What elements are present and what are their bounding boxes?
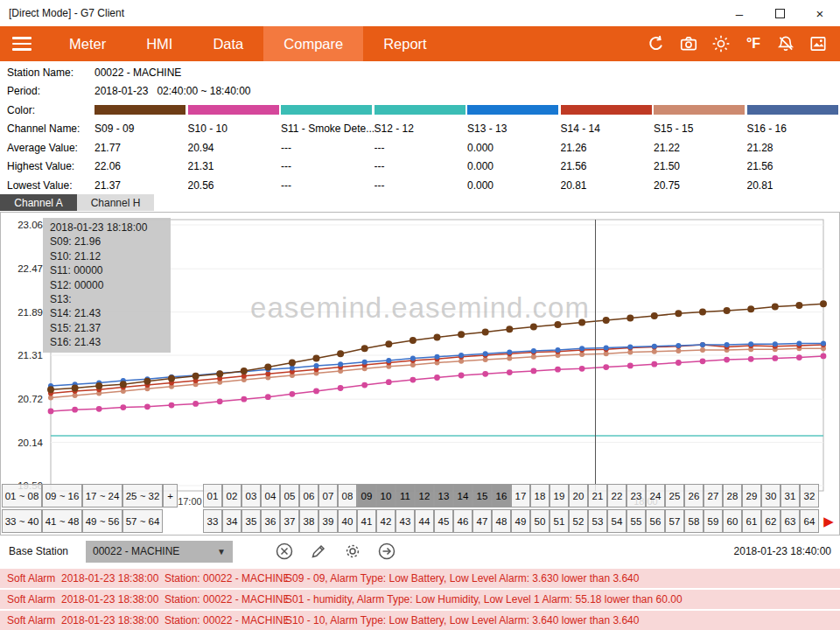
channel-button[interactable]: 29 xyxy=(742,484,761,508)
channel-button[interactable]: 13 xyxy=(434,484,453,508)
channel-button[interactable]: 43 xyxy=(396,509,415,533)
channel-button[interactable]: 20 xyxy=(569,484,588,508)
channel-button[interactable]: 31 xyxy=(780,484,800,508)
channel-button[interactable]: 55 xyxy=(626,509,646,533)
channel-button[interactable]: 14 xyxy=(453,484,472,508)
tab-channel-h[interactable]: Channel H xyxy=(77,194,154,211)
channel-button[interactable]: 50 xyxy=(530,509,550,533)
channel-button[interactable]: 47 xyxy=(472,509,492,533)
channel-button[interactable]: 22 xyxy=(607,484,626,508)
brightness-icon[interactable] xyxy=(708,31,734,57)
fahrenheit-toggle[interactable]: °F xyxy=(740,31,766,57)
channel-button[interactable]: 44 xyxy=(415,509,434,533)
refresh-icon[interactable] xyxy=(643,31,669,57)
edit-icon[interactable] xyxy=(309,542,328,561)
channel-button[interactable]: 30 xyxy=(761,484,780,508)
alarm-row[interactable]: Soft Alarm2018-01-23 18:38:00Station: 00… xyxy=(0,590,840,609)
camera-icon[interactable] xyxy=(676,31,702,57)
channel-button[interactable]: 12 xyxy=(415,484,434,508)
channel-button[interactable]: 46 xyxy=(453,509,472,533)
nav-item-report[interactable]: Report xyxy=(363,26,447,61)
channel-button[interactable]: 02 xyxy=(222,484,242,508)
channel-button[interactable]: 17 xyxy=(511,484,530,508)
expand-button[interactable]: + xyxy=(163,484,178,508)
channel-group-button[interactable]: 17 ~ 24 xyxy=(82,484,122,508)
channel-button[interactable]: 05 xyxy=(280,484,299,508)
channel-button[interactable]: 15 xyxy=(472,484,492,508)
channel-button[interactable]: 59 xyxy=(704,509,723,533)
channel-button[interactable]: 57 xyxy=(665,509,684,533)
channel-button[interactable]: 48 xyxy=(492,509,511,533)
channel-button[interactable]: 10 xyxy=(376,484,396,508)
channel-button[interactable]: 56 xyxy=(646,509,665,533)
channel-button[interactable]: 21 xyxy=(588,484,607,508)
nav-item-hmi[interactable]: HMI xyxy=(126,26,192,61)
hamburger-menu-icon[interactable] xyxy=(0,26,49,61)
snapshot-icon[interactable] xyxy=(805,31,831,57)
channel-button[interactable]: 39 xyxy=(318,509,338,533)
channel-button[interactable]: 16 xyxy=(492,484,511,508)
channel-button[interactable]: 25 xyxy=(665,484,684,508)
channel-button[interactable]: 40 xyxy=(338,509,357,533)
channel-button[interactable]: 49 xyxy=(511,509,530,533)
channel-group-button[interactable]: 09 ~ 16 xyxy=(42,484,82,508)
channel-button[interactable]: 07 xyxy=(318,484,338,508)
channel-button[interactable]: 06 xyxy=(299,484,318,508)
channel-button[interactable]: 64 xyxy=(800,509,819,533)
channel-button[interactable]: 38 xyxy=(299,509,318,533)
channel-button[interactable]: 24 xyxy=(646,484,665,508)
channel-button[interactable]: 45 xyxy=(434,509,453,533)
channel-button[interactable]: 09 xyxy=(357,484,376,508)
channel-button[interactable]: 11 xyxy=(396,484,415,508)
channel-button[interactable]: 42 xyxy=(376,509,396,533)
channel-button[interactable]: 54 xyxy=(607,509,626,533)
channel-button[interactable]: 53 xyxy=(588,509,607,533)
go-icon[interactable] xyxy=(377,542,396,561)
channel-button[interactable]: 26 xyxy=(684,484,704,508)
settings-icon[interactable] xyxy=(343,542,362,561)
channel-button[interactable]: 60 xyxy=(723,509,742,533)
alarm-row[interactable]: Soft Alarm2018-01-23 18:38:00Station: 00… xyxy=(0,569,840,588)
channel-button[interactable]: 28 xyxy=(723,484,742,508)
minimize-button[interactable]: – xyxy=(719,0,760,26)
channel-button[interactable]: 19 xyxy=(550,484,569,508)
channel-button[interactable]: 52 xyxy=(569,509,588,533)
channel-button[interactable]: 51 xyxy=(550,509,569,533)
channel-button[interactable]: 33 xyxy=(203,509,222,533)
channel-button[interactable]: 41 xyxy=(357,509,376,533)
channel-button[interactable]: 08 xyxy=(338,484,357,508)
tab-channel-a[interactable]: Channel A xyxy=(0,194,77,211)
base-station-dropdown[interactable]: 00022 - MACHINE ▼ xyxy=(86,541,233,563)
nav-item-data[interactable]: Data xyxy=(192,26,263,61)
channel-button[interactable]: 23 xyxy=(626,484,646,508)
channel-button[interactable]: 03 xyxy=(242,484,261,508)
next-page-arrow[interactable]: ▶ xyxy=(819,509,838,533)
channel-button[interactable]: 61 xyxy=(742,509,761,533)
channel-group-button[interactable]: 33 ~ 40 xyxy=(2,509,42,533)
channel-button[interactable]: 62 xyxy=(761,509,780,533)
channel-button[interactable]: 32 xyxy=(800,484,819,508)
channel-group-button[interactable]: 01 ~ 08 xyxy=(2,484,42,508)
channel-group-button[interactable]: 57 ~ 64 xyxy=(122,509,163,533)
channel-button[interactable]: 34 xyxy=(222,509,242,533)
channel-button[interactable]: 58 xyxy=(684,509,704,533)
nav-item-compare[interactable]: Compare xyxy=(263,26,363,61)
channel-group-button[interactable]: 49 ~ 56 xyxy=(82,509,122,533)
channel-button[interactable]: 63 xyxy=(780,509,800,533)
channel-button[interactable]: 27 xyxy=(704,484,723,508)
nav-item-meter[interactable]: Meter xyxy=(49,26,126,61)
maximize-button[interactable] xyxy=(760,0,800,26)
channel-button[interactable]: 18 xyxy=(530,484,550,508)
channel-button[interactable]: 35 xyxy=(242,509,261,533)
cancel-icon[interactable] xyxy=(275,542,294,561)
alarm-mute-icon[interactable] xyxy=(773,31,799,57)
station-name-value: 00022 - MACHINE xyxy=(94,66,181,79)
channel-group-button[interactable]: 25 ~ 32 xyxy=(122,484,163,508)
close-button[interactable]: × xyxy=(800,0,840,26)
channel-group-button[interactable]: 41 ~ 48 xyxy=(42,509,82,533)
channel-button[interactable]: 37 xyxy=(280,509,299,533)
alarm-row[interactable]: Soft Alarm2018-01-23 18:38:00Station: 00… xyxy=(0,611,840,630)
channel-button[interactable]: 01 xyxy=(203,484,222,508)
channel-button[interactable]: 36 xyxy=(261,509,280,533)
channel-button[interactable]: 04 xyxy=(261,484,280,508)
